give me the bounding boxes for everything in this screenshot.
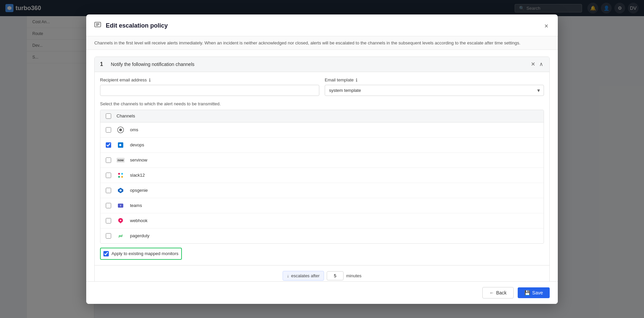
escalates-unit-label: minutes — [346, 273, 362, 278]
channels-table-header: Channels — [100, 110, 544, 122]
svg-rect-11 — [121, 176, 123, 178]
apply-existing-monitors-checkbox[interactable] — [103, 251, 109, 256]
section-1-title: Notify the following notification channe… — [111, 62, 526, 67]
channel-checkbox-slack12[interactable] — [106, 173, 111, 178]
email-template-info-icon: ℹ — [356, 77, 357, 83]
channel-checkbox-oms[interactable] — [106, 127, 111, 133]
policy-icon — [94, 22, 102, 30]
channel-instruction: Select the channels to which the alert n… — [100, 101, 544, 106]
recipient-group: Recipient email address ℹ — [100, 77, 319, 96]
section-1-number: 1 — [100, 61, 107, 67]
pagerduty-icon: pd — [117, 232, 125, 240]
section-1-header: 1 Notify the following notification chan… — [95, 57, 549, 72]
devops-icon — [117, 141, 125, 149]
recipient-email-input[interactable] — [100, 85, 319, 96]
webhook-icon — [117, 217, 125, 225]
channels-table: Channels oms — [100, 110, 544, 244]
servinow-icon: now — [117, 156, 125, 164]
channel-name-devops: devops — [130, 142, 144, 147]
channel-name-pagerduty: pagerduty — [130, 233, 150, 238]
email-template-select-wrapper: system template ▾ — [325, 85, 544, 96]
back-button[interactable]: ← Back — [482, 287, 514, 298]
teams-icon: T — [117, 202, 125, 210]
back-label: Back — [496, 290, 507, 295]
modal-title-text: Edit escalation policy — [106, 22, 168, 29]
modal-footer: ← Back 💾 Save — [86, 281, 558, 304]
escalates-badge: ↓ escalates after — [283, 271, 324, 281]
channel-row-opsgenie: opsgenie — [100, 183, 544, 198]
svg-text:T: T — [120, 204, 122, 207]
save-icon: 💾 — [524, 290, 530, 295]
form-row-email: Recipient email address ℹ Email template… — [100, 77, 544, 96]
channel-row-servinow: now servinow — [100, 153, 544, 168]
section-1: 1 Notify the following notification chan… — [94, 57, 550, 281]
channel-name-opsgenie: opsgenie — [130, 188, 148, 193]
modal-subtitle: Channels in the first level will receive… — [86, 36, 558, 50]
channel-row-webhook: webhook — [100, 213, 544, 228]
escalates-number-input[interactable] — [327, 271, 344, 280]
channel-name-teams: teams — [130, 203, 142, 208]
svg-rect-10 — [118, 176, 120, 178]
section-1-collapse-button[interactable]: ∧ — [539, 61, 544, 68]
svg-rect-9 — [121, 173, 123, 175]
channel-row-oms: oms — [100, 122, 544, 138]
email-template-select[interactable]: system template — [325, 85, 544, 96]
channel-name-servinow: servinow — [130, 157, 147, 163]
section-1-close-button[interactable]: ✕ — [530, 61, 536, 68]
save-label: Save — [532, 290, 543, 295]
channel-row-pagerduty: pd pagerduty — [100, 228, 544, 243]
modal-overlay: Edit escalation policy × Channels in the… — [0, 0, 644, 318]
modal: Edit escalation policy × Channels in the… — [86, 14, 558, 304]
section-1-actions: ✕ ∧ — [530, 61, 544, 68]
slack-icon — [117, 171, 125, 179]
channel-row-teams: T teams — [100, 198, 544, 213]
channel-checkbox-webhook[interactable] — [106, 218, 111, 223]
apply-existing-monitors-row: Apply to existing mapped monitors — [100, 248, 182, 260]
save-button[interactable]: 💾 Save — [518, 287, 550, 298]
modal-title: Edit escalation policy — [94, 22, 168, 30]
svg-point-12 — [120, 189, 122, 191]
recipient-info-icon: ℹ — [149, 77, 151, 83]
channel-row-devops: devops — [100, 138, 544, 153]
channels-column-header: Channels — [117, 113, 135, 118]
modal-body: 1 Notify the following notification chan… — [86, 50, 558, 281]
channel-checkbox-opsgenie[interactable] — [106, 188, 111, 193]
svg-point-15 — [120, 220, 121, 221]
channel-checkbox-teams[interactable] — [106, 203, 111, 208]
oms-icon — [117, 126, 125, 134]
escalates-arrow-icon: ↓ — [287, 273, 289, 278]
svg-point-6 — [119, 129, 122, 131]
channel-row-slack12: slack12 — [100, 168, 544, 183]
svg-rect-8 — [118, 173, 120, 175]
channel-checkbox-pagerduty[interactable] — [106, 233, 111, 239]
channel-name-webhook: webhook — [130, 218, 148, 223]
escalates-label: escalates after — [291, 273, 320, 278]
email-template-group: Email template ℹ system template ▾ — [325, 77, 544, 96]
modal-close-button[interactable]: × — [543, 21, 550, 31]
recipient-label: Recipient email address ℹ — [100, 77, 319, 83]
opsgenie-icon — [117, 186, 125, 195]
modal-header: Edit escalation policy × — [86, 14, 558, 36]
select-all-checkbox[interactable] — [106, 113, 111, 119]
channel-name-slack12: slack12 — [130, 173, 145, 178]
channel-name-oms: oms — [130, 127, 138, 132]
email-template-label: Email template ℹ — [325, 77, 544, 83]
channel-checkbox-devops[interactable] — [106, 142, 111, 148]
escalates-row: ↓ escalates after minutes — [95, 265, 549, 281]
channel-checkbox-servinow[interactable] — [106, 157, 111, 163]
back-arrow-icon: ← — [489, 290, 494, 295]
section-1-body: Recipient email address ℹ Email template… — [95, 72, 549, 265]
apply-existing-monitors-label: Apply to existing mapped monitors — [111, 251, 179, 256]
